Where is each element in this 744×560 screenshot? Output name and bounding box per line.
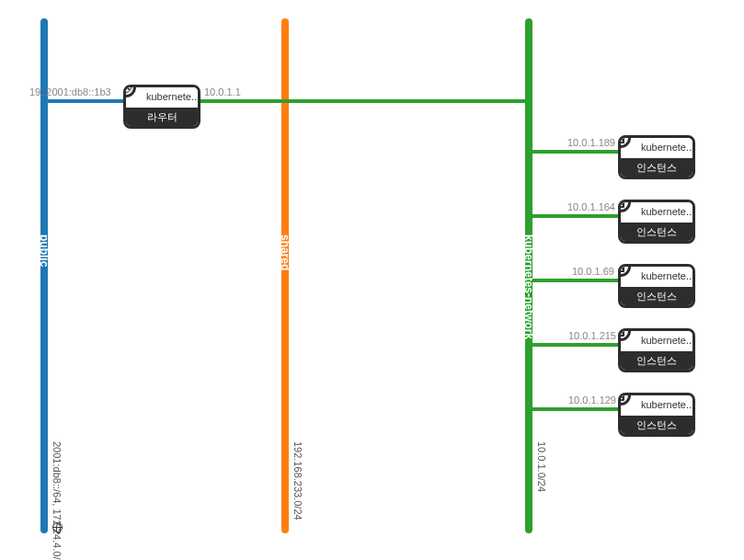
- network-k8s-cidr: 10.0.1.0/24: [536, 441, 547, 492]
- router-name: kubernete..: [126, 87, 198, 108]
- instance-4-type: 인스턴스: [621, 416, 692, 434]
- router-k8s-ip: 10.0.1.1: [204, 86, 241, 97]
- link-instance-4: [532, 407, 620, 411]
- instance-4-name: kubernete..: [621, 395, 692, 416]
- instance-2-type: 인스턴스: [621, 287, 692, 305]
- network-public-label: public: [38, 234, 51, 267]
- instance-0-ip: 10.0.1.189: [567, 137, 615, 148]
- network-k8s-label: kubernetes-network: [522, 234, 535, 339]
- instance-2-ip: 10.0.1.69: [572, 266, 614, 277]
- instance-0-name: kubernete..: [621, 138, 692, 158]
- instance-3-name: kubernete..: [621, 331, 692, 351]
- instance-3-type: 인스턴스: [621, 351, 692, 370]
- instance-4-ip: 10.0.1.129: [568, 394, 616, 406]
- instance-0-type: 인스턴스: [621, 158, 692, 177]
- instance-0-node[interactable]: kubernete.. 인스턴스: [618, 135, 695, 179]
- link-instance-0: [532, 150, 620, 154]
- router-type: 라우터: [126, 108, 198, 126]
- link-instance-2: [532, 279, 620, 282]
- link-public-router: [48, 99, 126, 103]
- instance-3-node[interactable]: kubernete.. 인스턴스: [618, 328, 695, 372]
- instance-4-node[interactable]: kubernete.. 인스턴스: [618, 393, 695, 437]
- instance-1-type: 인스턴스: [621, 223, 692, 241]
- instance-2-node[interactable]: kubernete.. 인스턴스: [618, 264, 695, 308]
- link-instance-3: [532, 343, 620, 347]
- router-public-ip: 19..2001:db8::1b3: [29, 86, 111, 97]
- network-shared-cidr: 192.168.233.0/24: [292, 441, 303, 520]
- link-router-k8s: [198, 99, 529, 103]
- network-public-cidr: 2001:db8::/64, 172.24.4.0/24: [52, 441, 63, 560]
- instance-1-ip: 10.0.1.164: [567, 201, 615, 212]
- network-shared-label: shared: [279, 234, 292, 270]
- external-network-icon: [52, 522, 63, 532]
- instance-1-node[interactable]: kubernete.. 인스턴스: [618, 200, 695, 244]
- instance-1-name: kubernete..: [621, 202, 692, 223]
- link-instance-1: [532, 214, 620, 218]
- instance-3-ip: 10.0.1.215: [568, 330, 616, 341]
- instance-2-name: kubernete..: [621, 267, 692, 287]
- router-node[interactable]: kubernete.. 라우터: [123, 85, 200, 129]
- network-shared-line[interactable]: [281, 18, 289, 533]
